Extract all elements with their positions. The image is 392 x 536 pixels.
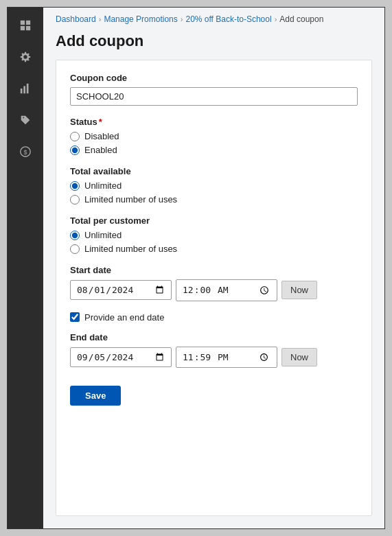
breadcrumb-sep-3: › bbox=[275, 15, 277, 23]
breadcrumb-promotion-name[interactable]: 20% off Back-to-School bbox=[185, 14, 271, 24]
per-customer-unlimited-radio[interactable] bbox=[70, 231, 80, 240]
status-disabled-label: Disabled bbox=[84, 131, 119, 141]
breadcrumb-sep-1: › bbox=[99, 15, 102, 23]
total-available-unlimited-label: Unlimited bbox=[84, 180, 122, 191]
tags-icon[interactable] bbox=[16, 110, 35, 130]
save-button[interactable]: Save bbox=[70, 386, 121, 406]
per-customer-unlimited-option[interactable]: Unlimited bbox=[70, 230, 358, 240]
total-available-unlimited-radio[interactable] bbox=[70, 181, 80, 191]
coupon-code-label: Coupon code bbox=[70, 73, 358, 83]
coupon-code-group: Coupon code bbox=[70, 73, 358, 106]
status-disabled-option[interactable]: Disabled bbox=[70, 131, 358, 141]
page-title: Add coupon bbox=[56, 32, 372, 50]
svg-rect-5 bbox=[23, 86, 25, 93]
coupon-code-input[interactable] bbox=[70, 87, 358, 106]
start-date-label: Start date bbox=[70, 265, 358, 275]
start-date-group: Start date Now bbox=[70, 265, 358, 301]
end-date-input[interactable] bbox=[70, 347, 172, 367]
page-header: Add coupon bbox=[43, 30, 384, 60]
provide-end-date-row: Provide an end date bbox=[70, 312, 358, 323]
end-date-label: End date bbox=[70, 332, 358, 342]
per-customer-limited-label: Limited number of uses bbox=[84, 244, 177, 254]
total-per-customer-label: Total per customer bbox=[70, 215, 358, 226]
status-label: Status* bbox=[70, 117, 358, 127]
start-now-button[interactable]: Now bbox=[281, 281, 317, 299]
end-datetime-row: Now bbox=[70, 347, 358, 369]
required-indicator: * bbox=[99, 117, 102, 127]
total-available-limited-option[interactable]: Limited number of uses bbox=[70, 194, 358, 205]
total-available-unlimited-option[interactable]: Unlimited bbox=[70, 180, 358, 191]
sidebar: $ bbox=[8, 8, 43, 528]
svg-rect-1 bbox=[26, 21, 30, 25]
per-customer-limited-radio[interactable] bbox=[70, 244, 80, 254]
breadcrumb-dashboard[interactable]: Dashboard bbox=[56, 14, 96, 24]
status-enabled-radio[interactable] bbox=[70, 145, 80, 155]
settings-icon[interactable] bbox=[16, 47, 35, 67]
svg-rect-3 bbox=[26, 26, 30, 30]
dashboard-icon[interactable] bbox=[16, 16, 35, 35]
svg-rect-0 bbox=[21, 21, 25, 25]
svg-rect-2 bbox=[21, 26, 25, 30]
svg-text:$: $ bbox=[23, 149, 27, 156]
main-content: Dashboard › Manage Promotions › 20% off … bbox=[43, 8, 384, 528]
total-per-customer-group: Total per customer Unlimited Limited num… bbox=[70, 215, 358, 254]
analytics-icon[interactable] bbox=[16, 79, 35, 98]
total-per-customer-radio-group: Unlimited Limited number of uses bbox=[70, 230, 358, 254]
total-available-limited-label: Limited number of uses bbox=[84, 194, 177, 205]
status-enabled-label: Enabled bbox=[84, 145, 117, 155]
end-now-button[interactable]: Now bbox=[281, 348, 317, 366]
svg-rect-6 bbox=[27, 84, 29, 93]
breadcrumb-manage-promotions[interactable]: Manage Promotions bbox=[104, 14, 177, 24]
app-window: $ Dashboard › Manage Promotions › 20% of… bbox=[7, 7, 385, 529]
total-available-radio-group: Unlimited Limited number of uses bbox=[70, 180, 358, 205]
per-customer-limited-option[interactable]: Limited number of uses bbox=[70, 244, 358, 254]
breadcrumb-sep-2: › bbox=[181, 15, 183, 23]
start-datetime-row: Now bbox=[70, 279, 358, 301]
breadcrumb: Dashboard › Manage Promotions › 20% off … bbox=[43, 8, 384, 30]
money-icon[interactable]: $ bbox=[16, 142, 35, 161]
status-disabled-radio[interactable] bbox=[70, 132, 80, 141]
start-time-input[interactable] bbox=[176, 279, 277, 301]
per-customer-unlimited-label: Unlimited bbox=[84, 230, 122, 240]
status-enabled-option[interactable]: Enabled bbox=[70, 145, 358, 155]
svg-rect-4 bbox=[21, 89, 23, 93]
provide-end-date-checkbox[interactable] bbox=[70, 312, 80, 322]
status-radio-group: Disabled Enabled bbox=[70, 131, 358, 155]
total-available-label: Total available bbox=[70, 166, 358, 176]
start-date-input[interactable] bbox=[70, 280, 172, 300]
end-date-group: End date Now bbox=[70, 332, 358, 369]
status-group: Status* Disabled Enabled bbox=[70, 117, 358, 155]
provide-end-date-label[interactable]: Provide an end date bbox=[84, 312, 164, 323]
breadcrumb-current: Add coupon bbox=[279, 14, 323, 24]
form-card: Coupon code Status* Disabled Enabled bbox=[56, 60, 372, 516]
total-available-limited-radio[interactable] bbox=[70, 195, 80, 205]
end-time-input[interactable] bbox=[176, 347, 277, 369]
total-available-group: Total available Unlimited Limited number… bbox=[70, 166, 358, 205]
